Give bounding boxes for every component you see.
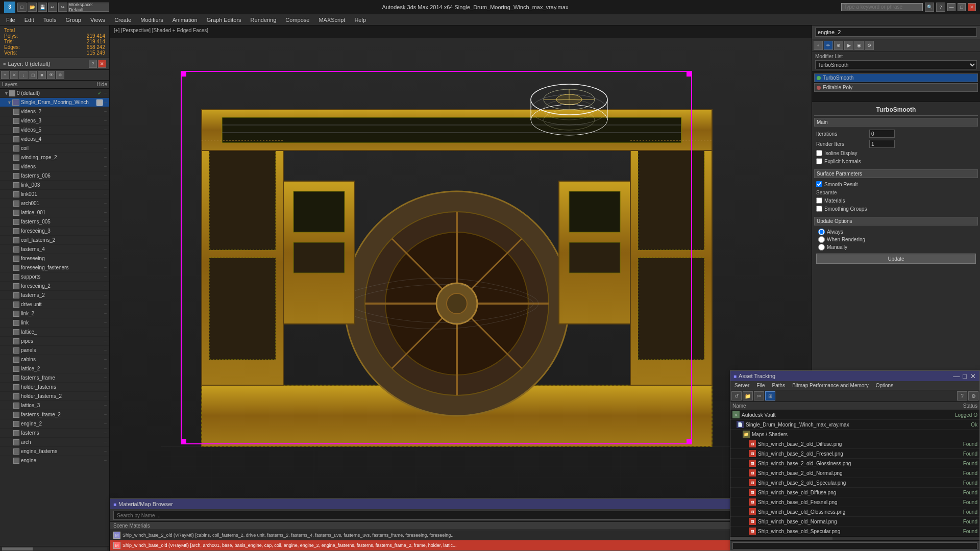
at-menu-options[interactable]: Options — [873, 382, 896, 389]
layer-item[interactable]: engine_fasterns··· — [0, 447, 109, 456]
layer-item[interactable]: lattice_··· — [0, 328, 109, 337]
layer-item[interactable]: engine··· — [0, 456, 109, 465]
mat-item[interactable]: M Ship_winch_base_2_old (VRayMtl) [cabin… — [110, 530, 811, 540]
menu-maxscript[interactable]: MAXScript — [314, 16, 349, 24]
undo-icon[interactable]: ↩ — [48, 3, 57, 12]
render-iters-input[interactable] — [869, 140, 895, 148]
at-row-img9[interactable]: 🖼 Ship_winch_base_old_Normal.png Found — [730, 517, 979, 527]
layer-item[interactable]: lattice_3··· — [0, 401, 109, 410]
motion-panel-btn[interactable]: ▶ — [844, 41, 853, 50]
at-row-img5[interactable]: 🖼 Ship_winch_base_2_old_Specular.png Fou… — [730, 478, 979, 488]
search-input[interactable] — [841, 3, 923, 11]
layer-item[interactable]: drive unit··· — [0, 300, 109, 309]
at-tool-settings[interactable]: ⚙ — [968, 391, 978, 400]
at-tool-help[interactable]: ? — [957, 391, 967, 400]
at-close-button[interactable]: ✕ — [969, 372, 976, 380]
layer-item[interactable]: link001··· — [0, 190, 109, 199]
layer-item[interactable]: link_003··· — [0, 181, 109, 190]
explicit-normals-checkbox[interactable] — [816, 158, 822, 164]
at-horizontal-scrollbar[interactable] — [730, 536, 979, 540]
layer-item[interactable]: fasterns_frame_2··· — [0, 410, 109, 419]
at-menu-server[interactable]: Server — [731, 382, 752, 389]
at-row-maxfile[interactable]: 📄 Single_Drum_Mooring_Winch_max_vray.max… — [730, 420, 979, 430]
menu-tools[interactable]: Tools — [39, 16, 61, 24]
layer-item[interactable]: fasterns_frame··· — [0, 373, 109, 383]
layer-item[interactable]: foreseeing_fasteners··· — [0, 263, 109, 272]
layer-item[interactable]: videos_2··· — [0, 107, 109, 116]
layer-item[interactable]: fasterns_005··· — [0, 217, 109, 227]
workspace-dropdown[interactable]: Workspace: Default — [68, 3, 109, 12]
modifier-stack-item-turbosmooth[interactable]: TurboSmooth — [814, 73, 978, 82]
layer-item[interactable]: supports··· — [0, 272, 109, 282]
materials-checkbox[interactable] — [816, 197, 822, 204]
menu-edit[interactable]: Edit — [20, 16, 38, 24]
at-row-img10[interactable]: 🖼 Ship_winch_base_old_Specular.png Found — [730, 527, 979, 536]
at-row-img1[interactable]: 🖼 Ship_winch_base_2_old_Diffuse.png Foun… — [730, 439, 979, 449]
hierarchy-panel-btn[interactable]: ⊕ — [834, 41, 843, 50]
layer-item[interactable]: holder_fasterns··· — [0, 383, 109, 392]
layer-item[interactable]: link··· — [0, 318, 109, 328]
layer-item[interactable]: fasterns_4··· — [0, 245, 109, 254]
utilities-panel-btn[interactable]: ⚙ — [865, 41, 874, 50]
layer-item[interactable]: arch··· — [0, 438, 109, 447]
at-minimize-button[interactable]: — — [953, 372, 960, 380]
layer-item[interactable]: videos_4··· — [0, 135, 109, 144]
menu-graph-editors[interactable]: Graph Editors — [203, 16, 246, 24]
update-button[interactable]: Update — [816, 254, 976, 264]
modifier-stack-item-editablepoly[interactable]: Editable Poly — [814, 83, 978, 92]
maximize-button[interactable]: □ — [958, 3, 966, 11]
scroll-thumb[interactable] — [2, 547, 33, 550]
layer-select-btn[interactable]: ◻ — [29, 71, 37, 79]
layer-item[interactable]: foreseeing_2··· — [0, 282, 109, 291]
layer-item[interactable]: panels··· — [0, 346, 109, 355]
layer-item[interactable]: foreseeing··· — [0, 254, 109, 263]
create-panel-btn[interactable]: + — [814, 41, 823, 50]
smoothing-groups-checkbox[interactable] — [816, 206, 822, 212]
layer-item[interactable]: fasterns_2··· — [0, 291, 109, 300]
at-row-img3[interactable]: 🖼 Ship_winch_base_2_old_Glossiness.png F… — [730, 459, 979, 468]
modifier-name-input[interactable] — [815, 28, 977, 37]
modify-panel-btn[interactable]: ✏ — [824, 41, 833, 50]
menu-views[interactable]: Views — [86, 16, 109, 24]
layer-item[interactable]: lattice_001··· — [0, 208, 109, 217]
at-row-img2[interactable]: 🖼 Ship_winch_base_2_old_Fresnel.png Foun… — [730, 449, 979, 459]
at-menu-paths[interactable]: Paths — [769, 382, 789, 389]
iterations-input[interactable] — [869, 130, 895, 138]
at-row-vault[interactable]: V Autodesk Vault Logged O — [730, 410, 979, 420]
menu-compose[interactable]: Compose — [281, 16, 313, 24]
layer-freeze-btn[interactable]: ❄ — [56, 71, 64, 79]
at-menu-bitmap-performance[interactable]: Bitmap Performance and Memory — [789, 382, 872, 389]
close-button[interactable]: ✕ — [968, 3, 976, 11]
layer-item[interactable]: videos_3··· — [0, 116, 109, 126]
at-row-maps-folder[interactable]: 📁 Maps / Shaders — [730, 430, 979, 439]
layer-create-btn[interactable]: + — [1, 71, 9, 79]
at-row-img8[interactable]: 🖼 Ship_winch_base_old_Glossiness.png Fou… — [730, 507, 979, 517]
layer-current-btn[interactable]: ■ — [38, 71, 46, 79]
menu-file[interactable]: File — [2, 16, 19, 24]
open-file-icon[interactable]: 📂 — [28, 3, 37, 12]
manually-radio[interactable] — [818, 244, 825, 251]
layer-item[interactable]: coil··· — [0, 144, 109, 153]
at-maximize-button[interactable]: □ — [961, 372, 968, 380]
new-file-icon[interactable]: □ — [17, 3, 27, 12]
menu-group[interactable]: Group — [61, 16, 85, 24]
viewport-area[interactable]: [+] [Perspective] [Shaded + Edged Faces] — [110, 26, 812, 551]
at-tool-refresh[interactable]: ↺ — [731, 391, 742, 400]
layer-item[interactable]: arch001··· — [0, 199, 109, 208]
layer-add-selection-btn[interactable]: ↓ — [19, 71, 28, 79]
layer-hide-btn[interactable]: 👁 — [47, 71, 55, 79]
search-icon[interactable]: 🔍 — [925, 3, 934, 12]
layers-help-button[interactable]: ? — [89, 60, 97, 68]
mat-item[interactable]: M Ship_winch_base_old (VRayMtl) [arch, a… — [110, 540, 811, 550]
layer-item[interactable]: fasterns··· — [0, 429, 109, 438]
layer-item[interactable]: engine_2··· — [0, 419, 109, 429]
layers-close-button[interactable]: ✕ — [98, 60, 106, 68]
modifier-list-dropdown[interactable]: TurboSmooth Bend Shell Symmetry — [815, 60, 977, 69]
minimize-button[interactable]: — — [947, 3, 955, 11]
at-row-img7[interactable]: 🖼 Ship_winch_base_old_Fresnel.png Found — [730, 497, 979, 507]
menu-rendering[interactable]: Rendering — [247, 16, 281, 24]
layer-item[interactable]: videos_5··· — [0, 126, 109, 135]
at-tool-strip-path[interactable]: ✂ — [754, 391, 764, 400]
smooth-result-checkbox[interactable] — [816, 181, 822, 187]
layer-delete-btn[interactable]: ✕ — [10, 71, 18, 79]
